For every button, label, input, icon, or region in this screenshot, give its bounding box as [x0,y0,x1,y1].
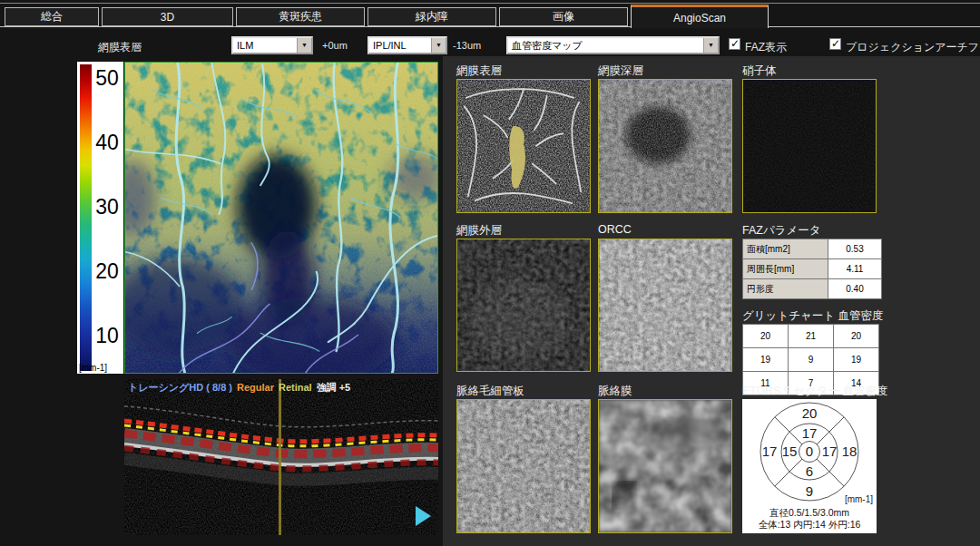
faz-circularity-label: 円形度 [743,279,828,299]
faz-params-title: FAZパラメータ [742,223,821,239]
grid-cell: 21 [789,325,834,348]
thumb-outer[interactable] [456,239,591,372]
etdrs-title: ETDRS 9 セクター 血管密度 [742,384,888,399]
faz-circularity-value: 0.40 [828,279,882,299]
thumb-surface[interactable] [456,79,591,213]
tab-angioscan[interactable]: AngioScan [631,5,769,28]
faz-area-value: 0.53 [828,239,882,259]
scale-tick-20: 20 [92,259,122,284]
bscan-regular-label: Regular [237,382,274,393]
bscan-tracing-label: トレーシングHD ( 8/8 ) [128,382,232,393]
scale-tick-10: 10 [92,324,122,348]
grid-cell: 9 [789,348,834,372]
oct-bscan-image [124,379,438,535]
vessel-density-map[interactable] [124,62,438,374]
tab-3d[interactable]: 3D [102,7,233,26]
faz-params-table: 面積[mm2]0.53 周囲長[mm]4.11 円形度0.40 [742,239,882,299]
tab-general[interactable]: 総合 [5,7,99,26]
etdrs-diameter-note: 直径0.5/1.5/3.0mm [742,507,877,520]
etdrs-sector-chart: 20 17 17 15 0 17 18 6 9 [mm-1] 直径0.5/1.5… [742,399,877,533]
tab-3d-label: 3D [161,11,174,24]
vessel-density-map-image [125,63,437,373]
color-scale-gradient [80,64,92,371]
faz-display-label: FAZ表示 [745,40,787,55]
scale-tick-40: 40 [92,131,122,155]
bscan-retinal-label: Retinal [279,382,312,393]
chevron-down-icon: ▼ [297,38,311,53]
window-top-divider [0,3,980,4]
thumb-label-outer: 網膜外層 [456,223,502,239]
map-type-value: 血管密度マップ [512,40,583,51]
etdrs-unit-label: [mm-1] [845,494,873,504]
etdrs-outer-right: 18 [842,444,858,459]
etdrs-outer-left: 17 [762,444,778,459]
faz-display-checkbox[interactable] [729,38,740,50]
upper-boundary-value: ILM [237,40,253,51]
faz-area-label: 面積[mm2] [743,239,828,259]
tab-glaucoma[interactable]: 緑内障 [368,7,496,26]
tab-general-label: 総合 [41,9,63,24]
etdrs-inner-bottom: 6 [806,463,813,479]
layer-thumbnails-panel: 網膜表層 網膜深層 硝子体 [443,56,980,546]
etdrs-outer-bottom: 9 [806,483,813,499]
etdrs-inner-right: 17 [822,444,838,459]
upper-offset-value: +0um [322,40,348,51]
grid-cell: 19 [834,348,879,372]
scale-tick-50: 50 [92,66,122,91]
tab-image-label: 画像 [553,9,574,24]
etdrs-inner-top: 17 [802,425,818,441]
etdrs-outer-top: 20 [802,405,818,421]
chevron-down-icon: ▼ [703,38,718,53]
thumb-label-choriocapillaris: 脈絡毛細管板 [456,384,524,399]
tabbar-bottom-line [0,26,980,27]
bscan-emphasis-label: 強調 +5 [317,382,351,393]
grid-chart-title: グリットチャート 血管密度 [742,308,884,324]
chevron-down-icon: ▼ [431,38,446,53]
thumb-label-orcc: ORCC [598,223,632,236]
scale-tick-30: 30 [92,195,122,219]
faz-perimeter-value: 4.11 [828,259,882,279]
thumb-orcc[interactable] [598,239,732,372]
thumb-label-vitreous: 硝子体 [742,63,777,79]
tab-glaucoma-label: 緑内障 [416,9,448,24]
layer-select-label: 網膜表層 [98,40,142,55]
faz-perimeter-label: 周囲長[mm] [743,259,828,279]
tab-macular-label: 黄斑疾患 [279,9,322,24]
grid-cell: 20 [834,325,879,348]
grid-cell: 20 [743,325,789,348]
etdrs-summary-note: 全体:13 内円:14 外円:16 [742,519,877,531]
etdrs-center: 0 [806,444,813,459]
map-type-dropdown[interactable]: 血管密度マップ ▼ [506,36,720,54]
thumb-label-surface: 網膜表層 [456,63,502,79]
bscan-position-line[interactable] [279,379,281,535]
projection-artifact-checkbox[interactable] [829,38,841,50]
thumb-choroid[interactable] [598,399,732,533]
density-color-scale: 50 40 30 20 10 [mm-1] [77,62,123,374]
oct-bscan-viewer[interactable]: トレーシングHD ( 8/8 )RegularRetinal強調 +5 [124,379,438,535]
angioscan-app-window: 総合 3D 黄斑疾患 緑内障 画像 AngioScan 網膜表層 ILM ▼ +… [0,0,980,546]
grid-cell: 19 [743,348,789,372]
lower-boundary-value: IPL/INL [373,40,407,51]
etdrs-inner-left: 15 [782,444,798,459]
tab-macular[interactable]: 黄斑疾患 [236,7,365,26]
upper-boundary-dropdown[interactable]: ILM ▼ [231,36,313,54]
thumb-label-deep: 網膜深層 [598,63,643,79]
scale-unit-label: [mm-1] [79,363,107,373]
tab-angioscan-label: AngioScan [673,12,726,24]
thumb-deep[interactable] [598,79,732,213]
lower-offset-value: -13um [453,40,481,51]
bscan-header: トレーシングHD ( 8/8 )RegularRetinal強調 +5 [128,381,355,395]
lower-boundary-dropdown[interactable]: IPL/INL ▼ [368,36,447,54]
thumb-vitreous[interactable] [742,79,877,213]
tab-image[interactable]: 画像 [499,7,628,26]
thumb-choriocapillaris[interactable] [456,399,591,533]
thumb-label-choroid: 脈絡膜 [598,384,632,399]
play-button[interactable] [416,506,431,526]
